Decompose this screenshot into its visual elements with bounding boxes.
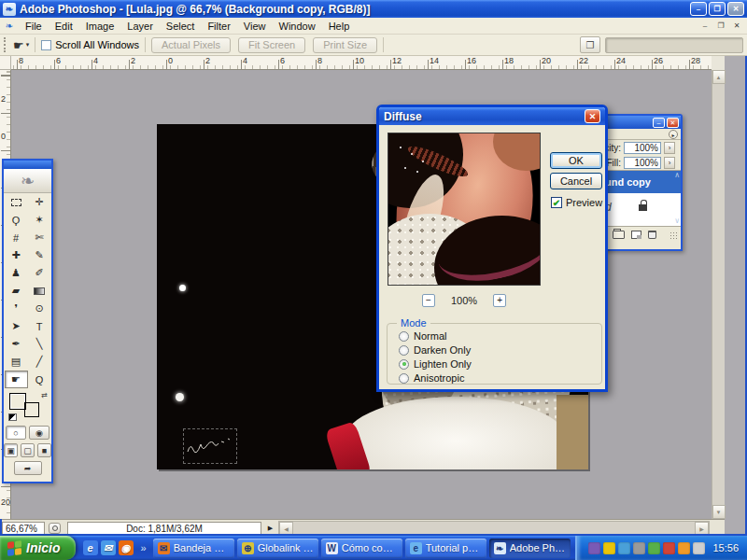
palette-close-button[interactable]: ✕ xyxy=(667,118,679,128)
scroll-left-icon[interactable]: ◀ xyxy=(279,522,293,535)
start-button[interactable]: Inicio xyxy=(0,536,76,560)
standard-mode-button[interactable]: ○ xyxy=(6,426,26,440)
menu-item[interactable]: Filter xyxy=(201,19,236,34)
lasso-tool[interactable]: Ϙ xyxy=(5,211,28,229)
default-colors-icon[interactable] xyxy=(8,413,17,421)
scroll-down-icon[interactable]: ▼ xyxy=(712,505,726,519)
crop-tool[interactable]: # xyxy=(5,229,28,246)
status-menu-arrow-icon[interactable]: ▶ xyxy=(265,523,275,534)
radio-icon[interactable] xyxy=(399,373,409,384)
magic-wand-tool[interactable]: ✶ xyxy=(28,211,51,229)
rectangular-marquee-tool[interactable] xyxy=(5,193,28,211)
scroll-up-icon[interactable]: ▲ xyxy=(712,70,726,84)
close-button[interactable]: ✕ xyxy=(727,2,744,16)
radio-icon[interactable] xyxy=(399,345,409,356)
fullscreen-button[interactable]: ■ xyxy=(37,443,51,457)
preview-checkbox[interactable]: ✔ xyxy=(551,197,562,208)
fill-field[interactable]: 100% xyxy=(624,157,661,169)
document-close-icon[interactable]: ✕ xyxy=(730,21,743,32)
swap-colors-icon[interactable]: ⇄ xyxy=(41,391,48,399)
dialog-title-bar[interactable]: Diffuse ✕ xyxy=(379,107,605,125)
restore-button[interactable]: ❐ xyxy=(709,2,726,16)
palette-scroll-down-icon[interactable]: ∨ xyxy=(674,217,680,225)
outlook-express-quicklaunch-icon[interactable]: ✉ xyxy=(101,540,116,555)
dodge-tool[interactable]: ⊙ xyxy=(28,300,51,317)
options-bar-button[interactable]: Actual Pixels xyxy=(151,37,231,53)
options-bar-button[interactable]: Fit Screen xyxy=(238,37,305,53)
healing-brush-tool[interactable]: ✚ xyxy=(5,246,28,264)
palette-minimize-button[interactable]: – xyxy=(653,118,665,128)
quick-launch-chevron-icon[interactable]: » xyxy=(138,542,149,553)
eyedropper-tool[interactable]: ╱ xyxy=(28,353,51,371)
notes-tool[interactable]: ▤ xyxy=(5,353,28,371)
fill-arrow-icon[interactable]: › xyxy=(664,157,675,169)
brush-tool[interactable]: ✎ xyxy=(28,246,51,264)
blur-tool[interactable]: ❜ xyxy=(5,300,28,317)
mode-radio[interactable]: Darken Only xyxy=(388,343,601,357)
filter-preview[interactable] xyxy=(388,133,541,286)
document-restore-icon[interactable]: ❐ xyxy=(714,21,727,32)
gradient-tool[interactable] xyxy=(28,282,51,300)
tray-icon-8[interactable] xyxy=(693,542,705,554)
ie-quicklaunch-icon[interactable]: e xyxy=(83,540,98,555)
tray-icon-3[interactable] xyxy=(618,542,630,554)
scroll-all-windows-checkbox[interactable] xyxy=(41,40,51,50)
task-tutorial[interactable]: e Tutorial phot... xyxy=(405,539,486,558)
mode-radio[interactable]: Lighten Only xyxy=(388,357,601,371)
task-globalink[interactable]: ⊕ Globalink Pow... xyxy=(237,539,318,558)
media-player-quicklaunch-icon[interactable]: ◉ xyxy=(119,540,134,555)
clone-stamp-tool[interactable]: ♟ xyxy=(5,264,28,282)
file-browser-icon[interactable]: ❐ xyxy=(580,36,600,53)
delete-layer-icon[interactable] xyxy=(648,231,656,239)
menu-item[interactable]: Select xyxy=(160,19,202,34)
menu-item[interactable]: Layer xyxy=(120,19,160,34)
resize-grip[interactable] xyxy=(669,231,678,240)
opacity-arrow-icon[interactable]: › xyxy=(664,142,675,154)
new-layer-icon[interactable] xyxy=(631,231,641,239)
task-como-conver[interactable]: W Cómo conver... xyxy=(321,539,402,558)
mode-radio[interactable]: Anisotropic xyxy=(388,371,601,385)
options-grip[interactable] xyxy=(4,37,7,52)
horizontal-scrollbar[interactable]: ◀ ▶ xyxy=(278,521,710,536)
zoom-level-field[interactable]: 66,67% xyxy=(2,522,45,535)
slice-tool[interactable]: ✄ xyxy=(28,229,51,246)
mode-radio[interactable]: Normal xyxy=(388,329,601,343)
task-adobe-photoshop[interactable]: ❧ Adobe Photo... xyxy=(489,539,571,558)
tray-icon-2[interactable] xyxy=(603,542,615,554)
preview-zoom-in-button[interactable]: + xyxy=(493,294,506,307)
fullscreen-menubar-button[interactable]: ▢ xyxy=(21,443,35,457)
opacity-field[interactable]: 100% xyxy=(624,142,661,154)
menu-item[interactable]: Image xyxy=(79,19,121,34)
toolbox-title-bar[interactable] xyxy=(4,161,51,169)
type-tool[interactable]: T xyxy=(28,317,51,335)
menu-item[interactable]: View xyxy=(237,19,273,34)
menu-item[interactable]: Help xyxy=(322,19,357,34)
eraser-tool[interactable]: ▰ xyxy=(5,282,28,300)
new-set-icon[interactable] xyxy=(613,231,625,239)
tray-icon-5[interactable] xyxy=(648,542,660,554)
status-icon[interactable] xyxy=(49,523,61,534)
move-tool[interactable]: ✛ xyxy=(28,193,51,211)
radio-icon[interactable] xyxy=(399,331,409,342)
path-selection-tool[interactable]: ➤ xyxy=(5,317,28,335)
dialog-close-icon[interactable]: ✕ xyxy=(585,109,600,123)
task-bandeja[interactable]: ✉ Bandeja de e... xyxy=(153,539,234,558)
tray-icon-6[interactable] xyxy=(663,542,675,554)
hand-tool[interactable]: ☛ xyxy=(5,371,28,388)
standard-screen-button[interactable]: ▣ xyxy=(4,443,18,457)
current-tool-button[interactable]: ☛ ▾ xyxy=(13,38,29,52)
history-brush-tool[interactable]: ✐ xyxy=(28,264,51,282)
pen-tool[interactable]: ✒ xyxy=(5,335,28,353)
tray-icon-4[interactable] xyxy=(633,542,645,554)
tray-icon-1[interactable] xyxy=(588,542,600,554)
scroll-right-icon[interactable]: ▶ xyxy=(695,522,709,535)
cancel-button[interactable]: Cancel xyxy=(550,173,602,189)
zoom-tool[interactable]: Q xyxy=(28,371,51,388)
palette-scroll-up-icon[interactable]: ∧ xyxy=(674,172,680,179)
quick-mask-button[interactable]: ◉ xyxy=(29,426,49,440)
ok-button[interactable]: OK xyxy=(550,152,602,169)
preview-zoom-out-button[interactable]: − xyxy=(422,294,435,307)
radio-icon[interactable] xyxy=(399,359,409,370)
jump-to-imageready-button[interactable]: ➦ xyxy=(14,461,42,475)
background-color-swatch[interactable] xyxy=(24,402,39,417)
